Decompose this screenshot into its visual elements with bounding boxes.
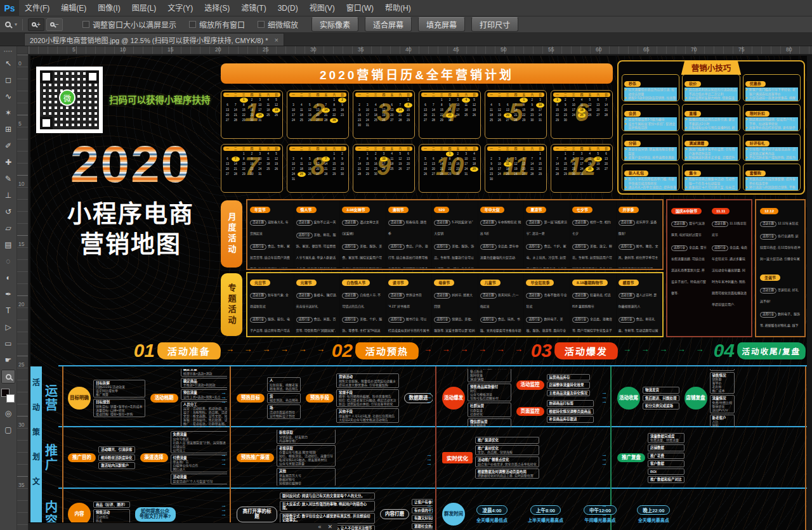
collapse-icon[interactable]: « [318, 524, 321, 530]
move-tool[interactable]: ↖ [1, 56, 15, 70]
flow-node: 预热目标 [237, 394, 265, 403]
flow-node: 推广目的 [68, 453, 96, 463]
magic-wand-tool[interactable]: ✶ [1, 106, 15, 120]
canvas-area[interactable]: 微 扫码可以获得小程序扶持 2020 小程序电商 营销地图 2020营销日历&全… [29, 55, 812, 530]
shape-tool[interactable]: ▭ [1, 337, 15, 351]
brush-tool[interactable]: ✎ [1, 172, 15, 186]
option-checkbox-2[interactable]: 细微缩放 [258, 19, 298, 30]
tool-preset-chevron-icon[interactable]: ▾ [15, 22, 17, 27]
pen-tool[interactable]: ✒ [1, 287, 15, 301]
calendar-month-12: 一二三四五六日121234567891011121314151617181920… [551, 144, 613, 193]
calendar-month-3: 一二三四五六日312345678910111213141516171819202… [353, 90, 415, 139]
tip-card-title: 直播 [684, 111, 701, 117]
path-select-tool[interactable]: ▷ [1, 320, 15, 334]
flow-node: 渠道选择 [140, 453, 168, 463]
option-button-0[interactable]: 实际像素 [311, 17, 358, 32]
marquee-tool[interactable]: ◻ [1, 73, 15, 87]
campaign-flowchart: 活动策划文 运营推广内容目标明确目标拆解回顾2019年活动效果设定同比增长率推广… [30, 365, 807, 530]
sendtime-pill: 上午8:00 [530, 505, 561, 515]
healing-brush-tool[interactable]: ✚ [1, 155, 15, 169]
option-buttons: 实际像素适合屏幕填充屏幕打印尺寸 [308, 17, 521, 32]
flow-node: 店铺复盘 [684, 387, 707, 410]
color-swatches[interactable] [1, 389, 15, 405]
menu-item-5[interactable]: 选择(S) [199, 0, 235, 16]
poster-year: 2020 [42, 137, 219, 191]
menu-item-0[interactable]: 文件(F) [19, 0, 55, 16]
gradient-tool[interactable]: ▤ [1, 238, 15, 252]
flow-arrows-2: → → → [601, 391, 607, 404]
flow-node: 群发时间 [442, 503, 465, 526]
calendar-days: 1234567891011121314151617181920212223242… [289, 98, 346, 123]
calendar-days: 1234567891011121314151617181920212223242… [487, 152, 544, 182]
calendar-weekday-header: 一二三四五六日 [355, 146, 412, 151]
monthly-card-3: 清明节活动主题阳春佳月, 踏青季适用行业食品、户外、旅行等, 结合春游出行场景可… [386, 201, 432, 268]
flow-node: 活动档期 [150, 394, 178, 403]
panel-grip-icon[interactable]: ▪▪▪▪ [4, 49, 13, 53]
option-button-3[interactable]: 打印尺寸 [471, 17, 518, 32]
flow-cell-r0c2: 活动爆发活动全面放量，提升转化整点秒杀限时优惠满减/满赠预售商品尾款催付短信公众… [440, 369, 608, 427]
lasso-tool[interactable]: ∿ [1, 89, 15, 103]
yearend-card-1: 圣诞节活动主题圣诞狂欢, 好礼送不停!适用行业数码电子、服饰等, 搭配暖冬好物礼… [758, 269, 802, 334]
zoom-out-toggle[interactable]: − [46, 18, 63, 31]
menu-item-4[interactable]: 文字(Y) [162, 0, 199, 16]
tip-card-10: 集卡➤借助节日热点做集卡活动, 互动性强一个任务卡拉动裂变➤收集指定卡片可兑换大… [682, 164, 740, 191]
tip-card-title: 限时折扣 [745, 111, 769, 117]
calendar-month-7: 一二三四五六日712345678910111213141516171819202… [221, 144, 283, 193]
tip-card-title: 分销 [624, 141, 641, 146]
zoom-tool[interactable] [1, 370, 15, 384]
option-button-2[interactable]: 填充屏幕 [418, 17, 465, 32]
calendar-month-1: 一二三四五六日112345678910111213141516171819202… [221, 90, 283, 139]
option-button-1[interactable]: 适合屏幕 [365, 17, 412, 32]
tip-card-title: 秒杀 [624, 81, 641, 87]
tip-card-5: 限时折扣➤制造紧迫感稀缺感, 促成用户马上下单、拉动客单转化➤高客单价商品打折促… [743, 104, 801, 131]
menu-item-1[interactable]: 编辑(E) [55, 0, 92, 16]
eraser-tool[interactable]: ▱ [1, 221, 15, 235]
overlay-toolbar: « ✕ [29, 522, 337, 530]
option-checkbox-0[interactable]: 调整窗口大小以满屏显示 [82, 19, 176, 30]
menu-item-8[interactable]: 视图(V) [304, 0, 341, 16]
flow-arrows-7: → → → [426, 503, 432, 517]
1212-christmas-box: 12.12活动主题12.12年末狂欢适用行业各行业通用, 延续双11热度, 在1… [755, 199, 806, 337]
tip-card-title: 套餐购 [745, 171, 766, 176]
calendar-weekday-header: 一二三四五六日 [289, 93, 346, 97]
screen-mode-icon[interactable]: ▢ [1, 423, 15, 437]
calendar-month-8: 一二三四五六日812345678910111213141516171819202… [287, 144, 349, 193]
calendar-weekday-header: 一二三四五六日 [487, 146, 544, 151]
hand-tool[interactable]: ☛ [1, 353, 15, 367]
background-color[interactable] [6, 394, 15, 403]
qr-code: 微 [36, 67, 103, 133]
overlay-close-icon[interactable]: ✕ [327, 524, 332, 530]
dodge-tool[interactable]: ◐ [1, 271, 15, 285]
tip-card-6: 分销➤发动全员分销, 朋友圈海报带参数裂变➤老客户变分销员, 按单返佣金激励持续… [622, 134, 679, 161]
blur-tool[interactable]: ◌ [1, 254, 15, 268]
crop-tool[interactable]: ⊞ [1, 122, 15, 136]
topical-card-7: 8.18暑期购物节活动主题狂暑热卖, 打造 818 暑期购物节适用行业全品类、旅… [570, 274, 616, 335]
menu-item-3[interactable]: 图层(L) [126, 0, 162, 16]
calendar-weekday-header: 一二三四五六日 [223, 146, 280, 151]
flow-node: 内容打磨 [380, 509, 409, 520]
menu-item-10[interactable]: 帮助(H) [379, 0, 417, 16]
monthly-card-0: 年货节活动主题迎新春大礼, 年货囤起来适用行业食品、生鲜、家居百货等, 结合年前… [248, 201, 294, 268]
option-checkbox-1[interactable]: 缩放所有窗口 [189, 19, 245, 30]
photoshop-logo: Ps [0, 0, 19, 16]
tool-options-bar: ▾ + − 调整窗口大小以满屏显示缩放所有窗口细微缩放 实际像素适合屏幕填充屏幕… [0, 16, 812, 33]
menu-item-2[interactable]: 图像(I) [92, 0, 126, 16]
flow-node: 如何提高公众号图文打开率? [135, 507, 176, 522]
menu-items: 文件(F)编辑(E)图像(I)图层(L)文字(Y)选择(S)滤镜(T)3D(D)… [19, 0, 417, 16]
clone-stamp-tool[interactable]: ⊥ [1, 188, 15, 202]
menu-item-6[interactable]: 滤镜(T) [235, 0, 272, 16]
zoom-in-toggle[interactable]: + [28, 18, 44, 31]
menu-item-9[interactable]: 窗口(W) [341, 0, 379, 16]
type-tool[interactable]: T [1, 304, 15, 318]
flow-arrows-6: → → → [221, 503, 226, 517]
calendar-weekday-header: 一二三四五六日 [355, 93, 412, 97]
quick-mask-icon[interactable]: ◎ [1, 406, 15, 420]
document-tab[interactable]: 2020小程序电商营销地图.jpg @ 12.5% (扫码可以获得小程序扶持, … [24, 33, 284, 46]
eyedropper-tool[interactable]: ✐ [1, 139, 15, 153]
menu-item-7[interactable]: 3D(D) [272, 0, 304, 16]
special-card-1: 11.11活动主题11.11购半狂欢节适用行业全品类, 电商年度狂欢节, 通过多… [710, 202, 749, 334]
close-icon[interactable]: × [274, 36, 278, 44]
history-brush-tool[interactable]: ↺ [1, 205, 15, 219]
calendar-month-4: 一二三四五六日412345678910111213141516171819202… [419, 90, 481, 139]
topical-card-0: 元旦节活动主题新年新气象, 全场迎新狂欢适用行业服饰、鞋包、电子产品等, 结合跨… [248, 274, 294, 335]
